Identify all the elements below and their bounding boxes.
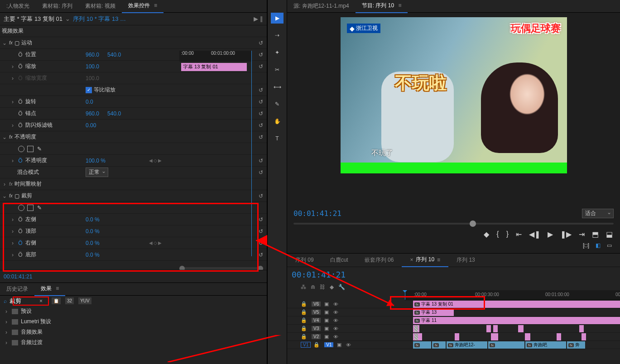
ellipse-mask-icon[interactable]	[18, 146, 24, 152]
tab-bin-seq[interactable]: 素材箱: 序列	[36, 0, 79, 13]
timeline-playhead[interactable]	[405, 290, 405, 300]
clear-search-icon[interactable]: ×	[39, 298, 43, 304]
stopwatch-icon[interactable]: Ö	[17, 52, 24, 58]
step-fwd-icon[interactable]: ❚▶	[560, 230, 572, 239]
selection-tool-icon[interactable]: ▶	[271, 13, 284, 24]
tl-tab-seq13[interactable]: 序列 13	[448, 254, 483, 267]
reset-button[interactable]: ↺	[259, 40, 263, 46]
timeline-timecode[interactable]: 00:01:41:21	[292, 270, 346, 279]
tab-effects[interactable]: 效果 ≡	[34, 282, 65, 296]
extract-icon[interactable]: ⬓	[606, 230, 613, 239]
settings-icon[interactable]: ▭	[607, 242, 612, 249]
box-icon[interactable]: ▢	[14, 193, 19, 199]
badge-32bit[interactable]: 32	[65, 297, 74, 304]
ec-timecode[interactable]: 00:01:41:21	[0, 270, 267, 283]
ec-sequence-link[interactable]: 序列 10 * 字幕 13 …	[73, 15, 126, 23]
blend-mode-select[interactable]: 正常	[86, 168, 108, 177]
snap-icon[interactable]: ⋒	[311, 284, 315, 290]
position-x[interactable]: 960.0	[86, 52, 99, 58]
clip-run-1[interactable]: fx奔跑吧12-	[447, 341, 487, 349]
program-monitor[interactable]: ◆浙江卫视 玩偶足球赛 不玩啦 不玩了	[341, 17, 567, 173]
fit-select[interactable]: 适合	[582, 209, 614, 218]
clip-subtitle-11[interactable]: fx字幕 11	[413, 317, 620, 324]
tree-presets[interactable]: 预设	[21, 307, 32, 315]
go-to-in-icon[interactable]: ⇤	[516, 230, 522, 239]
stopwatch-icon[interactable]: Ö	[17, 63, 24, 70]
tab-glow[interactable]: :人物发光	[0, 0, 36, 13]
pen-mask-icon[interactable]: ✎	[37, 146, 42, 152]
tl-tab-bailu[interactable]: 白鹿cut	[322, 254, 356, 267]
track-select-tool-icon[interactable]: ⇢	[271, 30, 284, 41]
tab-bin-video[interactable]: 素材箱: 视频	[79, 0, 122, 13]
play-icon[interactable]: ▶	[548, 230, 553, 239]
tab-source[interactable]: 源: 奔跑吧12-11-1.mp4	[287, 0, 356, 13]
tab-effect-controls[interactable]: 效果控件 ≡	[122, 0, 163, 13]
ripple-edit-tool-icon[interactable]: ✦	[271, 47, 284, 58]
opacity-value[interactable]: 100.0 %	[86, 158, 106, 164]
tl-tab-seq09[interactable]: 序列 09	[287, 254, 322, 267]
anchor-x[interactable]: 960.0	[86, 110, 99, 117]
track-v6[interactable]: V6	[312, 302, 321, 307]
clip-run-2[interactable]: fx奔跑吧	[525, 341, 566, 349]
comparison-view-icon[interactable]: [□]	[583, 242, 589, 249]
ec-mini-clip[interactable]: 字幕 13 复制 01	[181, 63, 247, 71]
clip-subtitle-13[interactable]: fx字幕 13	[413, 309, 454, 316]
track-output-icon[interactable]: ▣	[323, 301, 330, 307]
stopwatch-icon[interactable]: Ö	[17, 158, 24, 164]
crop-left-value[interactable]: 0.0 %	[86, 216, 100, 223]
reset-button[interactable]: ↺	[259, 87, 263, 93]
tree-lumetri[interactable]: Lumetri 预设	[21, 318, 51, 326]
stopwatch-icon[interactable]: Ö	[17, 99, 24, 105]
lock-icon[interactable]: 🔒	[301, 301, 307, 307]
tab-program[interactable]: 节目: 序列 10 ≡	[356, 0, 408, 13]
type-tool-icon[interactable]: T	[271, 133, 284, 144]
ec-playhead[interactable]	[251, 51, 252, 256]
reset-button[interactable]: ↺	[259, 99, 263, 105]
lift-icon[interactable]: ⬒	[592, 230, 599, 239]
position-y[interactable]: 540.0	[107, 52, 121, 58]
reset-button[interactable]: ↺	[259, 122, 263, 129]
source-patch-v1[interactable]: V1	[301, 342, 311, 348]
scale-value[interactable]: 100.0	[86, 63, 99, 70]
reset-button[interactable]: ↺	[259, 63, 263, 70]
program-scrubber[interactable]	[293, 223, 614, 225]
anchor-y[interactable]: 540.0	[107, 110, 121, 117]
settings-wrench-icon[interactable]: 🔧	[338, 284, 345, 290]
add-marker-icon[interactable]: ◆	[484, 230, 489, 239]
stopwatch-icon[interactable]: Ö	[17, 122, 24, 129]
crop-top-value[interactable]: 0.0 %	[86, 228, 100, 235]
rect-mask-icon[interactable]	[27, 146, 34, 152]
slip-tool-icon[interactable]: ⟷	[271, 81, 284, 92]
box-icon[interactable]: ▢	[14, 40, 19, 46]
time-remap-header[interactable]: 时间重映射	[14, 180, 42, 188]
clip-subtitle-13-copy01[interactable]: fx字幕 13 复制 01	[413, 301, 620, 308]
opacity-header[interactable]: 不透明度	[14, 133, 36, 141]
effects-search-input[interactable]	[10, 297, 37, 304]
twirl-icon[interactable]: ⌄	[2, 40, 7, 46]
antiflicker-value[interactable]: 0.00	[86, 122, 96, 129]
pen-mask-icon[interactable]: ✎	[37, 205, 42, 211]
tl-tab-seq10[interactable]: × 序列 10 ≡	[402, 253, 448, 267]
tab-history[interactable]: 历史记录	[0, 283, 34, 296]
razor-tool-icon[interactable]: ✂	[271, 64, 284, 75]
twirl-icon[interactable]: ›	[10, 63, 15, 70]
tree-audio-fx[interactable]: 音频效果	[21, 328, 43, 336]
program-timecode[interactable]: 00:01:41:21	[293, 209, 341, 218]
crop-right-value[interactable]: 0.0 %	[86, 240, 100, 246]
stopwatch-icon[interactable]: Ö	[17, 110, 24, 117]
clip-run-3[interactable]: fx奔	[567, 341, 585, 349]
rotation-value[interactable]: 0.0	[86, 99, 93, 105]
mark-in-icon[interactable]: {	[496, 230, 499, 239]
motion-header[interactable]: 运动	[21, 39, 32, 47]
eye-icon[interactable]: 👁	[332, 302, 339, 307]
uniform-scale-checkbox[interactable]: ✓等比缩放	[86, 86, 115, 94]
badge-accel[interactable]: 📋	[52, 297, 61, 304]
step-back-icon[interactable]: ◀❚	[529, 230, 540, 239]
ellipse-mask-icon[interactable]	[18, 205, 24, 211]
go-to-out-icon[interactable]: ⇥	[579, 230, 585, 239]
crop-header[interactable]: 裁剪	[21, 192, 32, 200]
fx-badge[interactable]: fx	[9, 40, 13, 45]
hand-tool-icon[interactable]: ✋	[271, 116, 284, 127]
safe-margins-icon[interactable]: ◧	[596, 242, 601, 249]
mark-out-icon[interactable]: }	[506, 230, 509, 239]
